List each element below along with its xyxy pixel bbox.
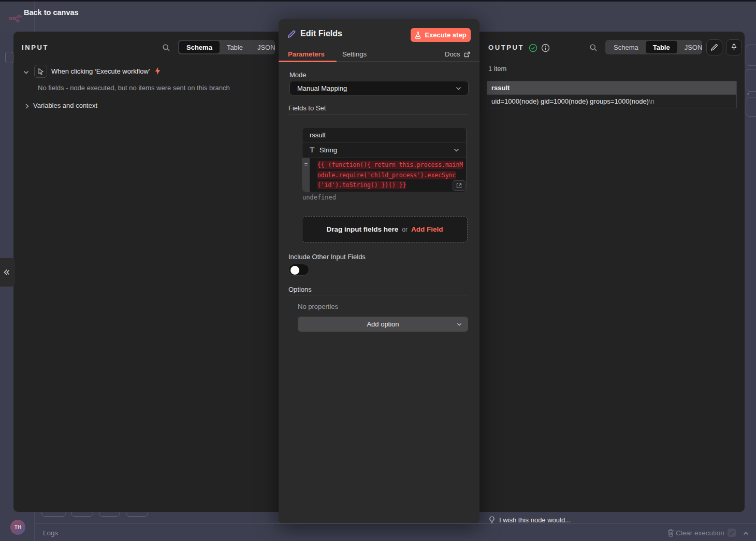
field-value-editor[interactable]: = {{ (function(){ return this.process.ma… [302,158,466,192]
open-logs-panel-button[interactable] [728,529,736,537]
lightning-icon [155,67,161,75]
field-type-value: String [319,146,453,154]
output-table: rssult uid=1000(node) gid=1000(node) gro… [487,81,737,108]
canvas-toolbar-ghost-2 [746,69,756,92]
node-feedback-link[interactable]: I wish this node would... [499,516,571,524]
trash-icon [667,529,674,539]
docs-link[interactable]: Docs [445,50,470,58]
mode-select-value: Manual Mapping [297,84,455,92]
clear-execution-button[interactable]: Clear execution [676,529,724,537]
chevrons-left-icon [3,268,10,276]
node-collapse-chevron-icon[interactable] [23,68,30,78]
include-other-fields-toggle[interactable] [288,264,309,276]
user-avatar[interactable]: TH [10,520,25,535]
canvas-toolbar-ghost-dot [747,93,749,95]
output-table-value-cell[interactable]: uid=1000(node) gid=1000(node) groups=100… [487,94,736,108]
logs-panel-divider [35,523,756,524]
lightbulb-icon [489,516,495,526]
expand-icon [456,183,462,189]
output-search-icon[interactable] [589,44,598,54]
output-display-mode-tabs: Schema Table JSON [605,40,702,54]
options-divider [288,295,469,295]
options-label: Options [288,286,312,293]
tab-parameters-underline [279,61,337,62]
tab-settings[interactable]: Settings [342,50,367,58]
info-icon[interactable] [541,44,550,54]
window-top-strip [0,0,756,2]
add-option-button[interactable]: Add option [298,317,468,332]
input-display-mode-tabs: Schema Table JSON [178,40,275,54]
input-tab-schema[interactable]: Schema [179,41,220,53]
trigger-node-icon-box [34,65,47,78]
drag-hint-label: Drag input fields here [327,225,399,233]
text-type-icon: T [310,146,319,154]
output-table-header-cell[interactable]: rssult [487,81,736,94]
input-search-icon[interactable] [162,44,170,54]
fields-section-divider [288,114,469,115]
output-pin-button[interactable] [726,39,742,55]
field-item-card: rssult T String = {{ (function(){ return… [302,127,467,192]
input-node-row[interactable]: When clicking ‘Execute workflow’ [51,67,161,75]
external-link-icon [464,51,470,58]
output-panel-title: OUTPUT [488,44,524,51]
output-items-count: 1 item [488,65,506,73]
canvas-node-ghost [5,52,13,63]
chevron-down-icon [455,85,462,92]
logs-panel-label[interactable]: Logs [43,529,58,537]
variables-chevron-icon[interactable] [24,102,30,111]
success-check-icon [529,44,537,54]
app-window: Back to canvas INPUT Schema Table JSON W… [0,0,756,541]
output-value: uid=1000(node) gid=1000(node) groups=100… [491,97,649,105]
collapse-logs-chevron[interactable] [743,530,749,539]
expression-line: {{ (function(){ return this.process.main… [317,160,466,170]
output-value-newline: \n [649,97,655,105]
field-name-input[interactable]: rssult [302,127,466,143]
n8n-logo-icon [9,13,24,25]
node-title[interactable]: Edit Fields [300,29,342,38]
field-type-select[interactable]: T String [302,143,466,158]
output-edit-button[interactable] [706,39,722,55]
canvas-toolbar-ghost-3 [746,97,756,117]
variables-and-context-row[interactable]: Variables and context [33,102,97,109]
tab-parameters[interactable]: Parameters [288,50,325,58]
panel-resize-handle[interactable] [0,258,15,287]
sidebar-border-top [34,2,35,32]
pencil-icon [710,44,718,51]
sidebar-border-bottom [34,512,35,541]
input-tab-json[interactable]: JSON [250,41,283,53]
mode-label: Mode [289,71,307,79]
chevron-up-icon [743,530,749,537]
input-node-title: When clicking ‘Execute workflow’ [51,67,150,75]
or-label: or [402,226,408,233]
mode-select[interactable]: Manual Mapping [289,81,469,95]
output-tab-json[interactable]: JSON [677,41,710,53]
expression-code[interactable]: {{ (function(){ return this.process.main… [310,158,466,192]
back-to-canvas-button[interactable]: Back to canvas [24,8,79,17]
input-panel-title: INPUT [22,44,49,51]
output-tab-schema[interactable]: Schema [606,41,646,53]
open-expression-editor-button[interactable] [453,180,466,191]
toggle-knob [290,266,299,275]
add-field-link[interactable]: Add Field [411,225,443,233]
fields-to-set-label: Fields to Set [288,104,326,112]
add-option-label: Add option [367,320,399,328]
input-tab-table[interactable]: Table [220,41,250,53]
chevron-down-icon [453,147,460,153]
expression-gutter: = [302,158,310,192]
input-empty-message: No fields - node executed, but no items … [38,84,230,92]
execute-step-label: Execute step [425,31,466,39]
pin-icon [730,44,738,51]
node-pencil-icon [287,30,296,41]
expression-line: ('id').toString() })() }} [317,180,466,191]
flask-icon [415,32,421,39]
include-other-fields-label: Include Other Input Fields [288,253,366,261]
execute-step-button[interactable]: Execute step [411,28,471,42]
drag-drop-zone[interactable]: Drag input fields here or Add Field [302,216,468,243]
no-properties-label: No properties [298,303,338,310]
output-tab-table[interactable]: Table [646,41,677,53]
expression-line: odule.require('child_process').execSync [317,170,466,181]
canvas-toolbar-ghost-1 [746,45,756,66]
expression-preview: undefined [302,194,336,201]
diagonal-arrow-icon [729,530,734,535]
cursor-icon [37,68,45,75]
